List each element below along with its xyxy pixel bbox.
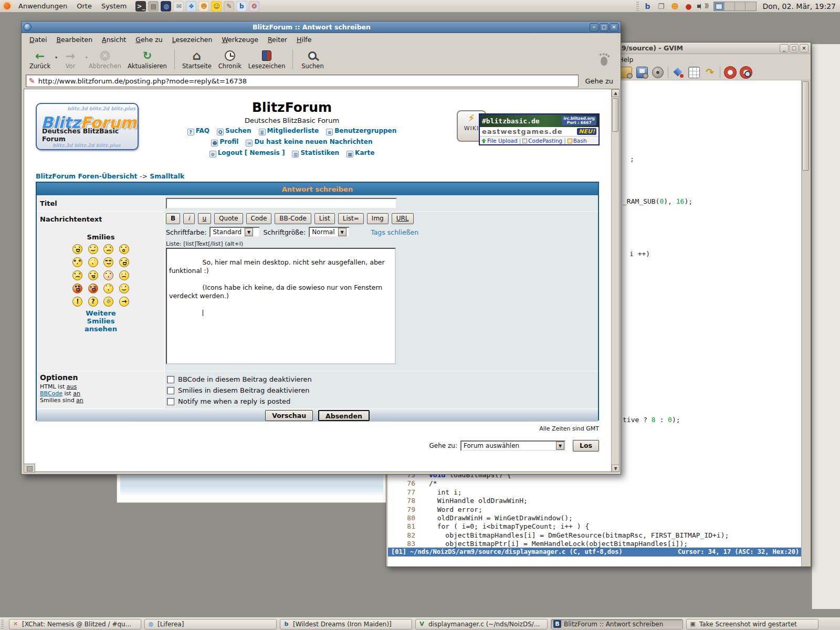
twisted-evil-smiley[interactable]: ►◄D: [88, 284, 98, 293]
arrow-smiley[interactable]: →: [119, 297, 129, 307]
browser-scrollbar-thumb[interactable]: [612, 98, 618, 132]
very-happy-smiley[interactable]: • •D: [72, 244, 82, 254]
settings-gear-icon[interactable]: [652, 67, 664, 78]
scroll-up-arrow[interactable]: ▲: [612, 89, 620, 97]
fontcolor-select[interactable]: Standard ▼: [209, 227, 260, 237]
bbcode-button-url[interactable]: URL: [392, 213, 414, 224]
taskbar-item-4[interactable]: Vdisplaymanager.c (~/nds/NoizDS/...: [415, 619, 548, 629]
panel-menu-anwendungen[interactable]: Anwendungen: [14, 1, 72, 11]
nav-link-statistiken[interactable]: ▥Statistiken: [292, 149, 339, 156]
url-input[interactable]: ✎ http://www.blitzforum.de/posting.php?m…: [26, 75, 579, 87]
option-status-label[interactable]: BBCode: [40, 390, 62, 397]
chronik-button[interactable]: Chronik: [215, 48, 245, 71]
file-cabinet-icon[interactable]: ▤: [148, 1, 159, 12]
window-selector-icon[interactable]: ❐: [656, 1, 667, 12]
user-icon[interactable]: ☻: [198, 1, 209, 12]
gvim-scrollbar[interactable]: [801, 80, 810, 566]
shocked-smiley[interactable]: ◉ ◉-: [72, 257, 82, 267]
close-tags-link[interactable]: Tags schließen: [371, 228, 418, 236]
email-icon[interactable]: ✉: [173, 1, 184, 12]
save-file-icon[interactable]: [636, 67, 648, 78]
browser-scrollbar[interactable]: ▲ ▼: [611, 89, 619, 472]
bbcode-button-i[interactable]: i: [183, 213, 194, 224]
menu-bearbeiten[interactable]: Bearbeiten: [51, 34, 97, 45]
user-status-icon[interactable]: ☻: [670, 1, 680, 12]
close-button[interactable]: ×: [800, 44, 808, 52]
volume-icon[interactable]: ⟩⟩⟩: [697, 1, 709, 12]
message-textarea[interactable]: So, hier mal mein desktop. nicht sehr au…: [166, 248, 396, 364]
blitzbasic-banner[interactable]: #blitzbasic.de irc.blitzed.org Port : 66…: [479, 113, 600, 145]
fontsize-select[interactable]: Normal ▼: [309, 227, 350, 237]
bbcode-button-code[interactable]: Code: [246, 213, 272, 224]
taskbar-grip[interactable]: [1, 620, 4, 629]
submit-button[interactable]: Absenden: [318, 410, 370, 421]
grid-icon[interactable]: [688, 67, 700, 78]
aktualisieren-button[interactable]: ↻Aktualisieren: [124, 48, 170, 71]
maximize-button[interactable]: □: [790, 44, 799, 52]
evil-smiley[interactable]: ▼▼D: [72, 284, 82, 293]
bbcode-button-list[interactable]: List: [314, 213, 335, 224]
nav-link-mitgliederliste[interactable]: ≣Mitgliederliste: [259, 127, 319, 134]
lesezeichen-button[interactable]: Lesezeichen: [245, 48, 289, 71]
panel-menu-system[interactable]: System: [97, 1, 131, 11]
rolleyes-smiley[interactable]: ° °-: [103, 284, 113, 293]
distributor-logo-icon[interactable]: [3, 2, 12, 10]
razz-smiley[interactable]: • •P: [88, 270, 98, 280]
chat-smiley-icon[interactable]: ☺: [211, 1, 222, 12]
minimize-button[interactable]: _: [780, 44, 789, 52]
suchen-button[interactable]: Suchen: [297, 48, 328, 71]
help-lifesaver-icon[interactable]: [724, 67, 736, 78]
checkbox[interactable]: [167, 398, 174, 405]
cool-smiley[interactable]: ▬▬): [103, 257, 113, 267]
close-button[interactable]: ✕: [610, 23, 618, 32]
menu-gehe-zu[interactable]: Gehe zu: [131, 34, 167, 45]
open-file-icon[interactable]: [621, 67, 632, 78]
bbcode-button-img[interactable]: Img: [367, 213, 388, 224]
checkbox[interactable]: [167, 387, 174, 394]
taskbar-item-6[interactable]: ▣Take Screenshot wird gestartet: [686, 619, 818, 629]
more-smilies-link[interactable]: Weitere Smilies ansehen: [37, 309, 165, 333]
mad-smiley[interactable]: × ×(: [72, 270, 82, 280]
smile-smiley[interactable]: • •): [88, 244, 98, 254]
bbcode-button-quote[interactable]: Quote: [214, 213, 243, 224]
taskbar-item-5[interactable]: BBlitzForum :: Antwort schreiben: [551, 619, 683, 629]
question-smiley[interactable]: ?: [88, 297, 98, 307]
taskbar-item-2[interactable]: ◍[Liferea]: [144, 619, 277, 629]
zurück-button[interactable]: ←Zurück▾: [25, 48, 55, 71]
sad-smiley[interactable]: • •(: [103, 244, 113, 254]
banner-link-file-upload[interactable]: File Upload: [481, 138, 518, 144]
embarrassed-smiley[interactable]: • •-: [103, 270, 113, 280]
browser-titlebar[interactable]: BlitzForum :: Antwort schreiben –□✕: [22, 22, 621, 33]
taskbar-item-3[interactable]: b[Wildest Dreams (Iron Maiden)]: [280, 619, 412, 629]
workspace-4[interactable]: [746, 2, 756, 10]
browser-statusbar-grip[interactable]: [24, 464, 35, 472]
gvim-scrollbar-thumb[interactable]: [802, 81, 809, 171]
maximize-button[interactable]: □: [600, 23, 608, 32]
minimize-button[interactable]: –: [590, 23, 598, 32]
menu-werkzeuge[interactable]: Werkzeuge: [217, 34, 263, 45]
banner-link-bash[interactable]: Bash: [568, 138, 587, 144]
bbcode-button-list[interactable]: List=: [338, 213, 364, 224]
nav-link-suchen[interactable]: QSuchen: [217, 127, 251, 134]
workspace-switcher[interactable]: [713, 2, 757, 11]
jump-go-button[interactable]: Los: [573, 440, 599, 452]
checkbox[interactable]: [167, 376, 174, 383]
browser-window[interactable]: BlitzForum :: Antwort schreiben –□✕ Date…: [21, 21, 621, 475]
crying-smiley[interactable]: ; ;(: [119, 270, 129, 280]
bbcode-button-b[interactable]: B: [166, 213, 180, 224]
find-help-icon[interactable]: [740, 67, 752, 78]
taskbar-item-1[interactable]: ✕[XChat: Nemesis @ Blitzed / #qu...: [9, 619, 141, 629]
nav-link-karte[interactable]: ▦Karte: [346, 149, 374, 156]
menu-hilfe[interactable]: Hilfe: [292, 34, 316, 45]
panel-clock[interactable]: Don, 02. Mär, 19:27: [763, 2, 836, 10]
terminal-icon[interactable]: >_: [135, 1, 146, 12]
scroll-down-arrow[interactable]: ▼: [612, 465, 620, 472]
menu-lesezeichen[interactable]: Lesezeichen: [167, 34, 217, 45]
image-editor-icon[interactable]: ✎: [224, 1, 234, 12]
workspace-1[interactable]: [714, 2, 724, 10]
breadcrumb-root-link[interactable]: BlitzForum Foren-Übersicht: [36, 172, 138, 180]
web-browser-icon[interactable]: ◍: [161, 1, 171, 12]
forum-jump-select[interactable]: Forum auswählen ▼: [460, 440, 565, 451]
media-player-tray-icon[interactable]: b: [643, 1, 653, 12]
nav-link-logout-nemesis-[interactable]: ⊙Logout [ Nemesis ]: [209, 149, 285, 156]
